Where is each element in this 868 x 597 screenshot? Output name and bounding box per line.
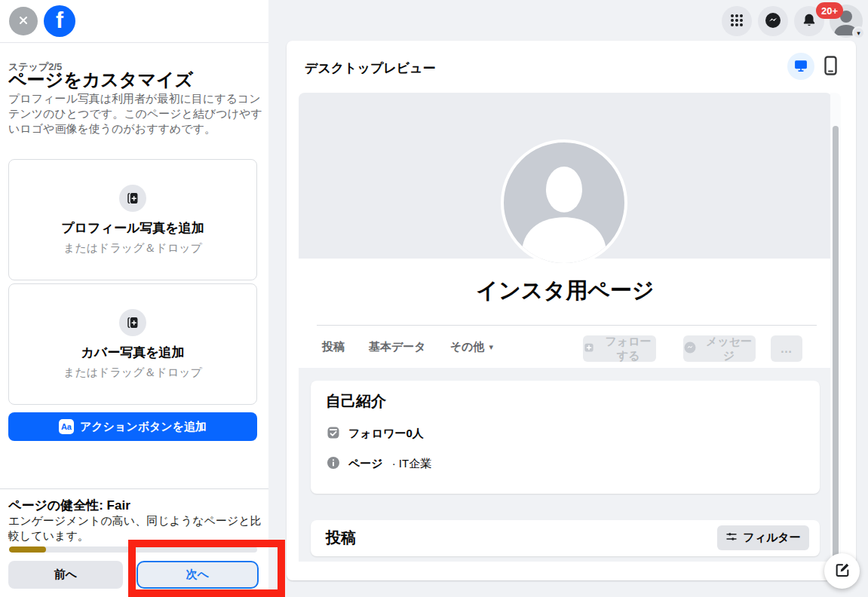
category-label: ページ [348, 457, 383, 471]
apps-grid-icon [729, 13, 744, 30]
category-value: · IT企業 [392, 457, 432, 471]
page-title: ページをカスタマイズ [8, 68, 193, 92]
page-health-title: ページの健全性: Fair [8, 497, 130, 514]
add-cover-photo-card[interactable]: カバー写真を追加 またはドラッグ＆ドロップ [8, 283, 257, 405]
followers-badge-icon [326, 425, 341, 442]
filter-button[interactable]: フィルター [717, 525, 809, 550]
messenger-button[interactable] [758, 6, 788, 36]
tab-more[interactable]: その他▾ [450, 340, 493, 354]
next-step-button[interactable]: 次へ [136, 561, 259, 589]
tab-posts[interactable]: 投稿 [322, 340, 345, 354]
aa-icon: Aa [59, 419, 74, 434]
chevron-down-icon: ▾ [852, 26, 865, 39]
add-action-button[interactable]: Aa アクションボタンを追加 [8, 412, 257, 441]
messenger-icon [683, 341, 697, 357]
upload-card-label: カバー写真を追加 [81, 344, 184, 361]
preview-scrollbar-thumb[interactable] [833, 126, 839, 562]
profile-photo-placeholder [501, 139, 627, 266]
info-icon [326, 455, 341, 473]
edit-floating-button[interactable] [824, 553, 860, 589]
add-action-button-label: アクションボタンを追加 [80, 420, 207, 434]
message-button-label: メッセージ [702, 335, 756, 363]
close-button[interactable] [9, 7, 38, 35]
upload-card-sublabel: またはドラッグ＆ドロップ [63, 366, 202, 380]
page-health-progress-bar [9, 546, 257, 553]
follow-button[interactable]: フォローする [583, 335, 656, 362]
apps-menu-button[interactable] [722, 6, 752, 36]
intro-row-followers: フォロワー0人 [326, 425, 433, 442]
follow-button-label: フォローする [600, 335, 656, 363]
add-photo-icon [119, 309, 146, 336]
add-photo-icon [119, 185, 146, 212]
upload-card-sublabel: またはドラッグ＆ドロップ [63, 241, 202, 256]
facebook-logo-icon: f [44, 5, 75, 37]
previous-step-button[interactable]: 前へ [8, 561, 123, 589]
filter-button-label: フィルター [743, 531, 800, 545]
health-progress-fill [9, 546, 46, 553]
followers-count: フォロワー0人 [348, 427, 424, 441]
mobile-view-button[interactable] [819, 55, 842, 78]
page-health-description: エンゲージメントの高い、同じようなページと比較しています。 [8, 513, 265, 543]
intro-title: 自己紹介 [326, 391, 386, 412]
sliders-icon [725, 531, 738, 545]
sidebar-header [0, 0, 268, 43]
preview-page-name: インスタ用ページ [299, 276, 832, 306]
upload-card-label: プロフィール写真を追加 [61, 219, 204, 237]
intro-row-category: ページ · IT企業 [326, 455, 431, 473]
bell-icon [801, 12, 817, 31]
page-description: プロフィール写真は利用者が最初に目にするコンテンツのひとつです。このページと結び… [8, 91, 263, 136]
phone-icon [824, 56, 837, 78]
close-icon [17, 14, 29, 29]
edit-pencil-icon [834, 562, 851, 580]
tab-about[interactable]: 基本データ [369, 340, 426, 354]
desktop-view-button[interactable] [787, 53, 814, 80]
follow-icon [583, 341, 595, 356]
chevron-down-icon: ▾ [489, 342, 493, 352]
ellipsis-icon: … [781, 342, 793, 356]
notification-count-badge: 20+ [816, 2, 843, 19]
add-profile-photo-card[interactable]: プロフィール写真を追加 またはドラッグ＆ドロップ [8, 159, 257, 280]
messenger-icon [764, 11, 782, 32]
preview-tab-bar: 投稿 基本データ その他▾ [322, 326, 493, 368]
more-options-button[interactable]: … [771, 335, 802, 362]
setup-sidebar: f ステップ2/5 ページをカスタマイズ プロフィール写真は利用者が最初に目にす… [0, 0, 268, 597]
monitor-icon [793, 58, 808, 75]
message-button[interactable]: メッセージ [683, 335, 756, 362]
preview-panel-title: デスクトップレビュー [305, 60, 436, 77]
divider [0, 488, 268, 489]
posts-title: 投稿 [326, 528, 356, 548]
